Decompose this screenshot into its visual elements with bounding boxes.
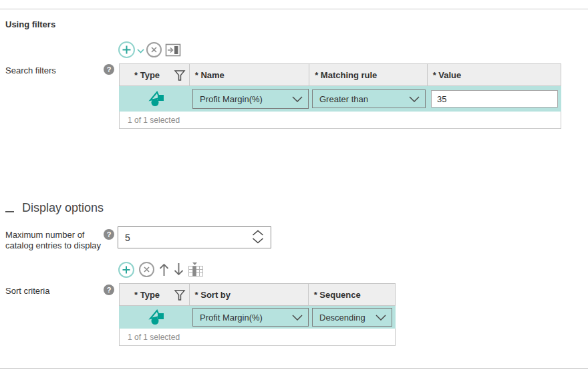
add-icon	[118, 41, 136, 61]
column-header-type: * Type	[120, 64, 190, 85]
help-glyph: ?	[107, 230, 112, 238]
using-filters-heading: Using filters	[5, 19, 55, 29]
max-entries-label-line1: Maximum number of	[5, 230, 101, 240]
chevron-down-icon	[409, 94, 420, 104]
bottom-divider	[0, 368, 588, 369]
search-filter-row[interactable]: Profit Margin(%) Greater than	[119, 86, 561, 112]
sort-criteria-toolbar	[118, 261, 204, 280]
sort-criteria-table-header: * Type * Sort by * Sequence	[119, 283, 396, 306]
add-icon	[118, 261, 135, 280]
help-glyph: ?	[107, 65, 112, 73]
filter-name-value: Profit Margin(%)	[200, 94, 263, 104]
column-header-name: * Name	[190, 64, 309, 85]
column-header-sort-by-label: * Sort by	[195, 290, 231, 300]
catalog-entry-filter-icon	[148, 309, 166, 329]
collapse-section-button[interactable]	[5, 207, 15, 216]
help-glyph: ?	[107, 286, 112, 294]
column-header-value: * Value	[428, 64, 561, 85]
filter-funnel-icon[interactable]	[174, 289, 186, 303]
spinner-up-button[interactable]	[252, 230, 264, 236]
delete-icon	[146, 41, 162, 60]
matching-rule-select[interactable]: Greater than	[312, 89, 426, 108]
chevron-down-icon	[292, 94, 303, 104]
max-entries-label-line2: catalog entries to display	[5, 240, 101, 251]
column-header-sequence: * Sequence	[309, 284, 395, 305]
add-filter-menu-button[interactable]	[136, 46, 145, 56]
search-filters-table: * Type * Name * Matching rule * Value Pr…	[119, 63, 561, 129]
column-header-sequence-label: * Sequence	[314, 290, 361, 300]
move-to-panel-button[interactable]	[165, 43, 181, 59]
chevron-down-icon	[136, 46, 145, 56]
arrow-down-icon	[173, 262, 184, 279]
top-divider	[0, 9, 588, 9]
help-icon[interactable]: ?	[104, 229, 114, 240]
sort-by-value: Profit Margin(%)	[200, 313, 263, 323]
move-up-button[interactable]	[158, 262, 170, 279]
max-entries-spinner	[118, 226, 271, 248]
delete-filter-button[interactable]	[146, 41, 162, 60]
minus-icon	[5, 211, 14, 212]
arrow-up-icon	[158, 262, 170, 279]
filter-value-input[interactable]	[431, 90, 558, 108]
column-chooser-button[interactable]	[188, 262, 204, 279]
display-options-heading: Display options	[22, 201, 104, 215]
column-header-type-label: * Type	[134, 290, 160, 300]
search-filters-table-footer: 1 of 1 selected	[119, 112, 561, 129]
column-header-value-label: * Value	[433, 70, 462, 80]
chevron-down-icon	[292, 313, 303, 323]
selection-count: 1 of 1 selected	[128, 116, 180, 125]
matching-rule-value: Greater than	[319, 94, 368, 104]
search-filters-table-header: * Type * Name * Matching rule * Value	[119, 63, 561, 86]
column-header-name-label: * Name	[195, 70, 225, 80]
max-entries-label: Maximum number of catalog entries to dis…	[5, 230, 101, 251]
spinner-down-button[interactable]	[252, 238, 264, 244]
sequence-select[interactable]: Descending	[312, 308, 392, 327]
selection-count: 1 of 1 selected	[128, 333, 180, 342]
sort-criteria-table: * Type * Sort by * Sequence Profit Margi…	[119, 283, 396, 346]
sort-criteria-row[interactable]: Profit Margin(%) Descending	[119, 306, 396, 329]
move-down-button[interactable]	[173, 262, 184, 279]
column-header-type: * Type	[120, 284, 190, 305]
delete-icon	[138, 261, 155, 280]
add-sort-button[interactable]	[118, 261, 135, 280]
filter-name-select[interactable]: Profit Margin(%)	[192, 89, 309, 109]
filter-funnel-icon[interactable]	[174, 69, 186, 83]
move-to-panel-icon	[165, 43, 181, 59]
catalog-entry-filter-icon	[148, 90, 166, 110]
search-filters-label: Search filters	[5, 65, 56, 75]
spinner-steppers	[252, 230, 264, 244]
help-icon[interactable]: ?	[104, 64, 114, 75]
sequence-value: Descending	[319, 313, 365, 323]
chevron-down-icon	[376, 313, 386, 323]
column-header-matching-rule: * Matching rule	[309, 64, 427, 85]
sort-criteria-label: Sort criteria	[5, 286, 49, 296]
column-chooser-icon	[188, 262, 204, 279]
column-header-type-label: * Type	[134, 70, 160, 80]
max-entries-input[interactable]	[118, 227, 245, 248]
chevron-down-icon	[252, 236, 264, 246]
delete-sort-button[interactable]	[138, 261, 155, 280]
help-icon[interactable]: ?	[104, 285, 114, 295]
add-filter-button[interactable]	[118, 41, 136, 61]
column-header-sort-by: * Sort by	[190, 284, 309, 305]
search-filters-toolbar	[118, 41, 181, 60]
sort-criteria-table-footer: 1 of 1 selected	[119, 329, 396, 346]
sort-by-select[interactable]: Profit Margin(%)	[192, 308, 309, 327]
catalog-search-rule-form: Using filters Search filters ?	[0, 0, 588, 374]
column-header-matching-rule-label: * Matching rule	[315, 70, 377, 80]
